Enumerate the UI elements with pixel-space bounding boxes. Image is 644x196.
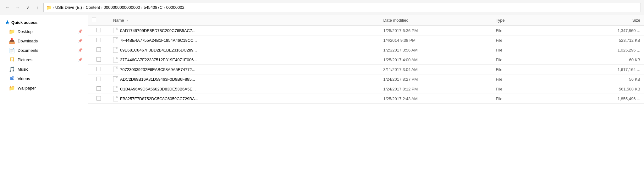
table-row[interactable]: 09E681C8467F0BD2B41BE2316DC289...1/25/20… [88, 45, 644, 55]
row-0-name: 0AD1749799DE8FD78C209C76B5AC7... [109, 26, 379, 35]
sidebar: ★ Quick access 📁Desktop📌📥Downloads📌📄Docu… [0, 15, 88, 196]
row-4-checkbox-cell [88, 65, 109, 74]
row-7-checkbox[interactable] [96, 96, 101, 101]
sidebar-item-music-label: Music [18, 67, 83, 72]
path-sep-0: › [53, 6, 54, 9]
col-date-header[interactable]: Date modified [379, 15, 492, 26]
row-5-name: ADC2D69B16A81D59463F0D9B6F885... [109, 74, 379, 84]
row-1-checkbox[interactable] [96, 38, 101, 42]
row-3-type: File [492, 55, 560, 65]
row-0-date: 1/25/2017 6:36 PM [379, 26, 492, 35]
row-3-checkbox[interactable] [96, 57, 101, 62]
file-table: Name ∧ Date modified Type Size 0AD174979… [88, 15, 644, 104]
table-row[interactable]: C1B4A96A9D5A56023D83DE53B6A5E...1/24/201… [88, 84, 644, 94]
path-usb[interactable]: USB Drive (E:) [55, 5, 82, 10]
table-row[interactable]: FB8257F7D8752DC5C8C6059CC729BA...1/25/20… [88, 94, 644, 104]
documents-pin-icon: 📌 [78, 48, 83, 52]
desktop-folder-icon: 📁 [9, 29, 15, 35]
address-bar: ← → ∨ ↑ 📁 › USB Drive (E:) › Content › 0… [0, 0, 644, 15]
table-row[interactable]: 0AD1749799DE8FD78C209C76B5AC7...1/25/201… [88, 26, 644, 35]
sidebar-item-desktop[interactable]: 📁Desktop📌 [0, 27, 88, 36]
star-icon: ★ [5, 19, 9, 25]
row-3-size: 60 KB [559, 55, 644, 65]
row-7-file-icon [113, 96, 118, 101]
row-1-file-icon [113, 37, 118, 43]
table-row[interactable]: ADC2D69B16A81D59463F0D9B6F885...1/24/201… [88, 74, 644, 84]
row-3-checkbox-cell [88, 55, 109, 65]
table-row[interactable]: 7F44BE4A7755A24B1F1854A46C19CC...1/4/201… [88, 35, 644, 45]
sidebar-item-wallpaper-label: Wallpaper [18, 86, 83, 90]
col-size-label: Size [632, 18, 640, 23]
sidebar-item-videos[interactable]: 📽Videos [0, 74, 88, 83]
table-row[interactable]: 707230339232F6EABC58A9A5E74772...3/11/20… [88, 65, 644, 74]
row-6-size: 561,508 KB [559, 84, 644, 94]
sidebar-item-pictures[interactable]: 🖼Pictures📌 [0, 55, 88, 64]
row-7-type: File [492, 94, 560, 104]
col-name-header[interactable]: Name ∧ [109, 15, 379, 26]
row-5-date: 1/24/2017 8:27 PM [379, 74, 492, 84]
file-list-container: Name ∧ Date modified Type Size 0AD174979… [88, 15, 644, 196]
row-7-date: 1/25/2017 2:43 AM [379, 94, 492, 104]
path-sep-2: › [101, 6, 102, 9]
row-0-checkbox[interactable] [96, 28, 101, 32]
row-7-size: 1,855,496 ... [559, 94, 644, 104]
row-0-type: File [492, 26, 560, 35]
col-name-label: Name [113, 18, 124, 23]
row-0-checkbox-cell [88, 26, 109, 35]
sidebar-item-music[interactable]: 🎵Music [0, 64, 88, 74]
sidebar-item-wallpaper[interactable]: 📁Wallpaper [0, 83, 88, 93]
row-5-checkbox[interactable] [96, 77, 101, 81]
row-2-type: File [492, 45, 560, 55]
row-1-name-text: 7F44BE4A7755A24B1F1854A46C19CC... [120, 38, 197, 43]
row-4-file-icon [113, 67, 118, 72]
row-4-size: 1,617,164 ... [559, 65, 644, 74]
videos-folder-icon: 📽 [9, 76, 15, 81]
row-4-name: 707230339232F6EABC58A9A5E74772... [109, 65, 379, 74]
table-row[interactable]: 37E446CA7F22337512E819E4071E006...1/25/2… [88, 55, 644, 65]
header-checkbox[interactable] [92, 18, 96, 22]
row-6-checkbox[interactable] [96, 86, 101, 91]
row-4-type: File [492, 65, 560, 74]
header-checkbox-cell [88, 15, 109, 26]
sidebar-item-downloads[interactable]: 📥Downloads📌 [0, 36, 88, 46]
col-size-header[interactable]: Size [559, 15, 644, 26]
pictures-pin-icon: 📌 [78, 57, 83, 62]
col-date-label: Date modified [383, 18, 408, 23]
row-7-checkbox-cell [88, 94, 109, 104]
row-7-name: FB8257F7D8752DC5C8C6059CC729BA... [109, 94, 379, 104]
row-2-checkbox-cell [88, 45, 109, 55]
row-1-type: File [492, 35, 560, 45]
quick-access-header[interactable]: ★ Quick access [0, 18, 88, 27]
row-4-date: 3/11/2017 3:04 AM [379, 65, 492, 74]
row-3-file-icon [113, 57, 118, 63]
row-0-size: 1,347,860 ... [559, 26, 644, 35]
forward-button[interactable]: → [13, 3, 22, 12]
up-button[interactable]: ↑ [33, 3, 42, 12]
pictures-folder-icon: 🖼 [9, 57, 15, 63]
row-3-name-text: 37E446CA7F22337512E819E4071E006... [120, 57, 197, 62]
row-6-type: File [492, 84, 560, 94]
row-0-name-text: 0AD1749799DE8FD78C209C76B5AC7... [120, 28, 195, 33]
row-4-checkbox[interactable] [96, 67, 101, 71]
path-zeros[interactable]: 0000000000000000 [104, 5, 140, 10]
path-content[interactable]: Content [86, 5, 100, 10]
row-5-name-text: ADC2D69B16A81D59463F0D9B6F885... [120, 77, 195, 82]
desktop-pin-icon: 📌 [78, 29, 83, 34]
row-1-size: 523,712 KB [559, 35, 644, 45]
path-folder-icon: 📁 [46, 5, 52, 10]
main-container: ★ Quick access 📁Desktop📌📥Downloads📌📄Docu… [0, 15, 644, 196]
sidebar-item-pictures-label: Pictures [18, 57, 75, 62]
path-5454[interactable]: 5454087C [144, 5, 162, 10]
row-5-file-icon [113, 76, 118, 82]
row-2-name: 09E681C8467F0BD2B41BE2316DC289... [109, 45, 379, 55]
row-5-size: 56 KB [559, 74, 644, 84]
path-00000002[interactable]: 00000002 [166, 5, 184, 10]
row-5-type: File [492, 74, 560, 84]
row-2-checkbox[interactable] [96, 47, 101, 52]
back-button[interactable]: ← [3, 3, 12, 12]
sidebar-item-documents[interactable]: 📄Documents📌 [0, 46, 88, 55]
dropdown-button[interactable]: ∨ [23, 3, 32, 12]
row-6-file-icon [113, 86, 118, 92]
col-type-header[interactable]: Type [492, 15, 560, 26]
row-6-name-text: C1B4A96A9D5A56023D83DE53B6A5E... [120, 87, 196, 91]
